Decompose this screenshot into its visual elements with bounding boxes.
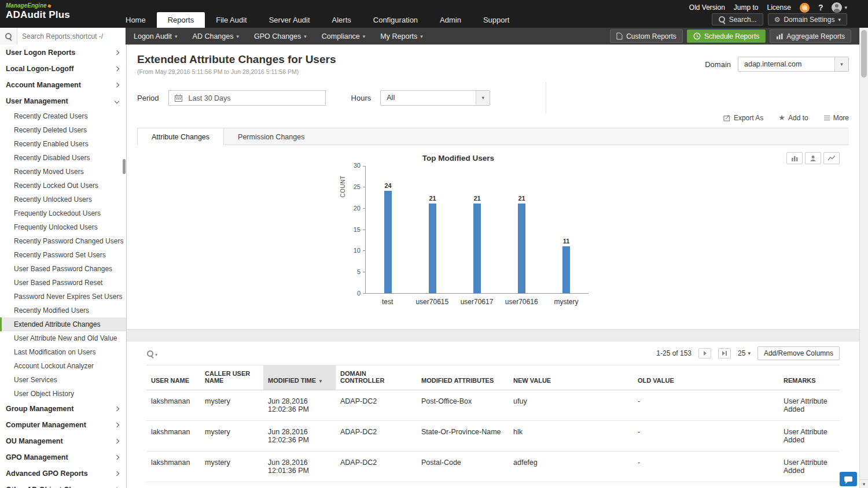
sidebar-item-recently-password-changed-users[interactable]: Recently Password Changed Users (0, 234, 126, 248)
scrollbar-down-arrow[interactable]: ▾ (860, 479, 868, 488)
period-input[interactable]: Last 30 Days (168, 90, 326, 106)
scrollbar-thumb[interactable] (861, 30, 867, 77)
sidebar-item-user-based-password-reset[interactable]: User Based Password Reset (0, 276, 126, 290)
app-logo[interactable]: ManageEngine ADAudit Plus (6, 2, 70, 21)
sidebar-scrollbar-thumb[interactable] (123, 159, 126, 174)
chat-button[interactable] (840, 472, 857, 486)
chart-bar[interactable] (562, 246, 570, 293)
column-header-user-name[interactable]: USER NAME (146, 365, 200, 390)
report-search-input[interactable] (17, 28, 126, 45)
sidebar-group-ou-management[interactable]: OU Management (0, 433, 126, 449)
sidebar-item-recently-locked-out-users[interactable]: Recently Locked Out Users (0, 179, 126, 193)
domain-settings-button[interactable]: ⚙ Domain Settings ▾ (768, 13, 847, 25)
column-header-old-value[interactable]: OLD VALUE (633, 365, 779, 390)
sidebar-item-recently-created-users[interactable]: Recently Created Users (0, 109, 126, 123)
schedule-reports-button[interactable]: Schedule Reports (687, 29, 766, 43)
table-pagination: 1-25 of 153 25 ▾ Add/Remove Columns (656, 346, 840, 360)
topbar-link-jump-to[interactable]: Jump to (734, 3, 759, 12)
sidebar-group-account-management[interactable]: Account Management (0, 77, 126, 93)
sidebar-group-gpo-management[interactable]: GPO Management (0, 449, 126, 465)
next-page-button[interactable] (698, 348, 711, 358)
sidebar-item-recently-moved-users[interactable]: Recently Moved Users (0, 165, 126, 179)
user-menu[interactable]: ▾ (832, 2, 847, 13)
cell-user-name: lakshmanan (146, 390, 200, 421)
menu-logon-audit[interactable]: Logon Audit▾ (126, 28, 185, 45)
sidebar-item-user-based-password-changes[interactable]: User Based Password Changes (0, 262, 126, 276)
topbar-link-license[interactable]: License (767, 3, 791, 12)
nav-item-alerts[interactable]: Alerts (321, 12, 362, 28)
sidebar-group-computer-management[interactable]: Computer Management (0, 417, 126, 433)
sidebar-item-recently-disabled-users[interactable]: Recently Disabled Users (0, 151, 126, 165)
bar-chart-view-button[interactable] (786, 152, 803, 164)
chart-bar[interactable] (429, 204, 436, 293)
sidebar-item-frequently-unlocked-users[interactable]: Frequently Unlocked Users (0, 220, 126, 234)
global-search-button[interactable]: Search... (712, 13, 763, 25)
nav-item-file-audit[interactable]: File Audit (205, 12, 258, 28)
sort-desc-icon: ▼ (318, 379, 323, 384)
nav-item-support[interactable]: Support (472, 12, 521, 28)
more-button[interactable]: More (823, 114, 849, 122)
sidebar-item-password-never-expires-set-users[interactable]: Password Never Expires Set Users (0, 290, 126, 304)
top-users-view-button[interactable] (805, 152, 821, 164)
sidebar-group-other-ad-object-changes[interactable]: Other AD Object Changes (0, 482, 126, 488)
sidebar-group-local-logon-logoff[interactable]: Local Logon-Logoff (0, 61, 126, 77)
sidebar-group-user-management[interactable]: User Management (0, 93, 126, 109)
column-header-modified-attributes[interactable]: MODIFIED ATTRIBUTES (417, 365, 509, 390)
last-page-button[interactable] (718, 348, 731, 358)
sidebar-group-user-logon-reports[interactable]: User Logon Reports (0, 45, 126, 61)
tab-permission-changes[interactable]: Permission Changes (224, 128, 318, 145)
hours-select[interactable]: All ▾ (380, 90, 490, 106)
add-to-button[interactable]: ★ Add to (778, 114, 808, 122)
sidebar-item-last-modification-on-users[interactable]: Last Modification on Users (0, 345, 126, 359)
sidebar-item-extended-attribute-changes[interactable]: Extended Attribute Changes (0, 317, 126, 331)
column-header-remarks[interactable]: REMARKS (779, 365, 840, 390)
column-header-modified-time[interactable]: MODIFIED TIME▼ (263, 365, 336, 390)
nav-item-reports[interactable]: Reports (157, 12, 205, 28)
sidebar-item-user-services[interactable]: User Services (0, 373, 126, 387)
sidebar-group-label: OU Management (6, 437, 63, 445)
clock-icon (693, 32, 701, 40)
support-icon[interactable] (800, 3, 810, 13)
column-header-caller-user-name[interactable]: CALLER USER NAME (200, 365, 263, 390)
column-header-new-value[interactable]: NEW VALUE (509, 365, 633, 390)
menu-ad-changes[interactable]: AD Changes▾ (185, 28, 247, 45)
page-size-select[interactable]: 25 ▾ (738, 349, 751, 357)
sidebar-group-group-management[interactable]: Group Management (0, 401, 126, 417)
bar-column: 11 (544, 166, 589, 293)
nav-item-configuration[interactable]: Configuration (362, 12, 429, 28)
aggregate-reports-button[interactable]: Aggregate Reports (770, 29, 851, 43)
chart-bar[interactable] (518, 204, 525, 293)
export-as-button[interactable]: Export As (723, 114, 763, 122)
column-header-domain-controller[interactable]: DOMAIN CONTROLLER (336, 365, 417, 390)
sidebar-item-frequently-lockedout-users[interactable]: Frequently Lockedout Users (0, 206, 126, 220)
menu-compliance[interactable]: Compliance▾ (314, 28, 373, 45)
column-header-label: USER NAME (151, 377, 189, 384)
sidebar-group-advanced-gpo-reports[interactable]: Advanced GPO Reports (0, 465, 126, 482)
sidebar-item-recently-modified-users[interactable]: Recently Modified Users (0, 304, 126, 317)
nav-item-home[interactable]: Home (115, 12, 157, 28)
menu-gpo-changes[interactable]: GPO Changes▾ (247, 28, 314, 45)
tab-attribute-changes[interactable]: Attribute Changes (137, 128, 224, 145)
help-icon[interactable]: ? (818, 3, 823, 12)
line-chart-view-button[interactable] (823, 152, 840, 164)
sidebar-item-user-object-history[interactable]: User Object History (0, 387, 126, 401)
sidebar-item-recently-password-set-users[interactable]: Recently Password Set Users (0, 248, 126, 262)
topbar-link-old-version[interactable]: Old Version (689, 3, 725, 12)
sidebar-item-account-lockout-analyzer[interactable]: Account Lockout Analyzer (0, 359, 126, 373)
menu-my-reports[interactable]: My Reports▾ (373, 28, 430, 45)
table-search-button[interactable]: ▾ (146, 350, 157, 357)
chart-bar[interactable] (384, 191, 392, 293)
page-scrollbar[interactable]: ▾ (859, 28, 868, 488)
custom-reports-button[interactable]: Custom Reports (610, 29, 683, 43)
sidebar-item-recently-enabled-users[interactable]: Recently Enabled Users (0, 137, 126, 151)
domain-select[interactable]: adap.internal.com ▾ (738, 57, 849, 72)
sidebar-item-user-attribute-new-and-old-value[interactable]: User Attribute New and Old Value (0, 331, 126, 345)
nav-item-server-audit[interactable]: Server Audit (258, 12, 321, 28)
cell-user-name: lakshmanan (146, 452, 200, 482)
report-search-icon-button[interactable] (0, 28, 17, 45)
sidebar-item-recently-unlocked-users[interactable]: Recently Unlocked Users (0, 193, 126, 206)
sidebar-item-recently-deleted-users[interactable]: Recently Deleted Users (0, 123, 126, 137)
chart-bar[interactable] (473, 204, 481, 293)
add-remove-columns-button[interactable]: Add/Remove Columns (757, 346, 840, 360)
nav-item-admin[interactable]: Admin (429, 12, 472, 28)
